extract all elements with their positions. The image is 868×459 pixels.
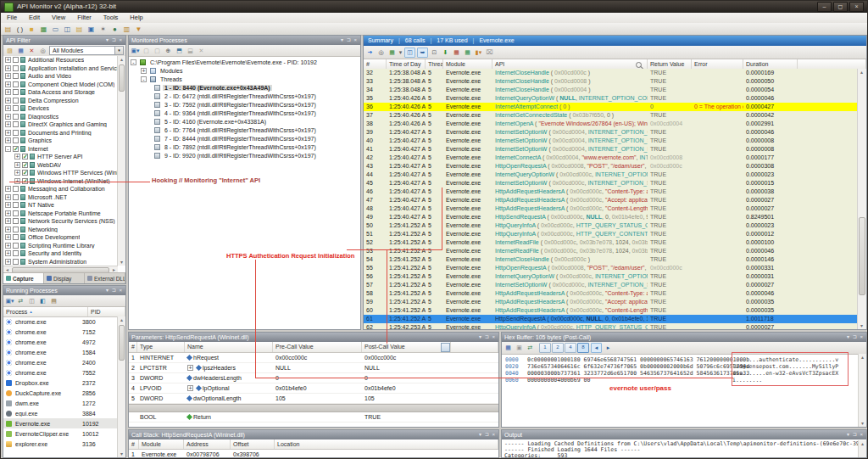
checkbox[interactable] (13, 243, 19, 249)
filter-item[interactable]: +Diagnostics (3, 113, 118, 121)
grid-options-icon[interactable] (441, 343, 450, 352)
expand-params-icon[interactable]: ➥ (417, 48, 428, 58)
col-precall[interactable]: Pre-Call Value (273, 342, 362, 352)
scroll-up-icon[interactable]: ▴ (859, 440, 866, 447)
table-row[interactable]: 621:25:42.253 AM5Evernote.exeHttpQueryIn… (364, 323, 858, 329)
navigate-icon[interactable]: ➔ (365, 48, 375, 57)
scroll-up-icon[interactable]: ▴ (118, 316, 125, 323)
checkbox[interactable] (13, 210, 19, 216)
open-filter-icon[interactable]: ▨ (5, 47, 14, 55)
checkbox[interactable] (13, 57, 19, 63)
filter-item[interactable]: +DirectX Graphics and Gaming (3, 120, 118, 129)
filter-item[interactable]: +Data Access and Storage (3, 88, 118, 97)
panel-header-buttons[interactable]: ▾ ⊐ × (106, 36, 123, 45)
checkbox[interactable] (13, 73, 19, 79)
copy-buffer-icon[interactable]: ▣ (515, 344, 524, 352)
checkbox[interactable] (13, 234, 19, 240)
tab-external-dll[interactable]: External DLL (85, 273, 125, 283)
expand-icon[interactable]: + (5, 218, 11, 224)
parameter-row[interactable]: 2LPCTSTR+lpszHeadersNULLNULL (129, 363, 498, 373)
filter-item[interactable]: +✓HTTP Server API (3, 153, 118, 161)
pid-column-header[interactable]: PID (88, 307, 125, 316)
definitions-icon[interactable]: ▼ (133, 25, 144, 34)
scroll-down-icon[interactable]: ▾ (118, 451, 125, 457)
scroll-down-icon[interactable]: ▾ (859, 420, 866, 427)
group-1-bytes-icon[interactable]: 1 (539, 343, 551, 353)
col-type[interactable]: Type (137, 342, 185, 352)
table-row[interactable]: 521:25:41.252 AM5Evernote.exeInternetRea… (364, 238, 858, 247)
show-services-icon[interactable]: ◫ (27, 297, 36, 305)
filter-item[interactable]: +Security and Identity (3, 249, 118, 258)
layers-icon[interactable]: ▤ (74, 25, 85, 34)
monitor-process-icon[interactable]: ▣▾ (5, 297, 14, 305)
checkbox[interactable] (13, 89, 19, 95)
process-row[interactable]: chrome.exe4972 (3, 337, 118, 347)
process-row[interactable]: egui.exe3884 (3, 408, 118, 418)
expand-icon[interactable]: + (5, 105, 11, 111)
filter-item[interactable]: +System Administration (3, 258, 118, 266)
tree-item-thread[interactable]: 7 - ID: 8444 (ntdll.dll!RtlRegisterThrea… (129, 134, 360, 143)
table-row[interactable]: 391:25:40.427 AM5Evernote.exeInternetSet… (364, 128, 858, 137)
table-row[interactable]: 351:25:40.426 AM5Evernote.exeInternetQue… (364, 94, 858, 103)
table-row[interactable]: 611:25:41.252 AM5Evernote.exeHttpSendReq… (364, 315, 858, 323)
return-row[interactable]: BOOLReturnTRUE (129, 412, 498, 423)
expand-icon[interactable]: + (5, 202, 11, 208)
filter-item[interactable]: +Audio and Video (3, 72, 118, 81)
filter-item[interactable]: +✓Windows Internet (WinINet) (3, 177, 118, 186)
expand-icon[interactable]: + (5, 243, 11, 249)
tree-item-thread[interactable]: 5 - ID: 4160 (Evernote.exe+0x43381A) (129, 117, 360, 126)
expand-icon[interactable]: + (5, 114, 11, 120)
panel-header-buttons[interactable]: ▾ ⊐ × (106, 286, 123, 295)
checkbox[interactable] (13, 137, 19, 143)
minimize-button[interactable]: – (817, 2, 832, 12)
expand-icon[interactable]: + (5, 250, 11, 256)
table-row[interactable]: 431:25:40.427 AM5Evernote.exeHttpOpenReq… (364, 162, 858, 171)
open-monitor-icon[interactable]: ▤ (3, 25, 14, 34)
checkbox[interactable] (13, 65, 19, 71)
export-table-icon[interactable]: ▦ (452, 48, 461, 57)
filter-item[interactable]: +NT Native (3, 201, 118, 210)
filter-item[interactable]: +✓WebDAV (3, 161, 118, 170)
api-hook-icon[interactable]: ( ) (14, 25, 25, 34)
scroll-up-icon[interactable]: ▴ (118, 56, 125, 63)
checkbox[interactable] (13, 98, 19, 104)
table-row[interactable]: 551:25:41.252 AM5Evernote.exeHttpOpenReq… (364, 264, 858, 272)
col-num[interactable]: # (129, 439, 139, 449)
tree-item-thread[interactable]: 6 - ID: 7764 (ntdll.dll!RtlRegisterThrea… (129, 126, 360, 134)
monitored-process-root[interactable]: -C:\Program Files\Evernote\Evernote\Ever… (129, 58, 360, 66)
checkbox[interactable] (13, 81, 19, 87)
table-row[interactable]: 441:25:40.427 AM5Evernote.exeInternetQue… (364, 171, 858, 179)
chevron-down-icon[interactable]: ▾ (398, 48, 403, 57)
checkbox[interactable]: ✓ (22, 178, 28, 184)
panel-header-buttons[interactable]: ▾ ⊐ × (479, 333, 496, 342)
clear-calls-icon[interactable]: ⌧ (485, 48, 494, 57)
table-row[interactable]: 331:25:38.048 AM5Evernote.exeInternetClo… (364, 77, 858, 86)
table-row[interactable]: 461:25:40.427 AM5Evernote.exeHttpAddRequ… (364, 188, 858, 196)
parameter-row[interactable]: 3DWORDdwHeadersLength00 (129, 373, 498, 383)
checkbox[interactable] (13, 250, 19, 256)
checkbox[interactable] (13, 130, 19, 136)
process-row[interactable]: dwm.exe1272 (3, 398, 118, 408)
table-row[interactable]: 541:25:41.252 AM5Evernote.exeInternetClo… (364, 255, 858, 264)
checkbox[interactable] (13, 194, 19, 200)
maximize-button[interactable]: ◻ (833, 2, 848, 12)
delete-filter-icon[interactable]: ✕ (27, 47, 36, 55)
table-row[interactable]: 581:25:41.252 AM5Evernote.exeHttpAddRequ… (364, 289, 858, 298)
add-monitor-icon[interactable]: ▣▾ (131, 47, 140, 55)
import-table-icon[interactable]: ▦ (463, 48, 472, 57)
process-row[interactable]: chrome.exe7152 (3, 327, 118, 337)
menu-tools[interactable]: Tools (97, 13, 125, 23)
expand-icon[interactable]: + (187, 365, 193, 371)
table-row[interactable]: 411:25:40.427 AM5Evernote.exeInternetSet… (364, 145, 858, 154)
views-grid-icon[interactable]: ▦ (387, 48, 397, 57)
table-row[interactable]: 481:25:40.427 AM5Evernote.exeHttpAddRequ… (364, 204, 858, 213)
table-row[interactable]: 571:25:41.252 AM5Evernote.exeInternetSet… (364, 281, 858, 289)
checkbox[interactable] (13, 105, 19, 111)
filter-item[interactable]: +Graphics (3, 137, 118, 145)
table-row[interactable]: 501:25:41.252 AM5Evernote.exeHttpQueryIn… (364, 221, 858, 230)
expand-icon[interactable]: + (5, 121, 11, 127)
network-processes-icon[interactable]: ◧ (38, 297, 47, 305)
parameter-row[interactable]: 1HINTERNEThRequest0x00cc000c0x00cc000c (129, 353, 498, 363)
scroll-up-icon[interactable]: ▴ (859, 354, 866, 361)
modules-grid-icon[interactable]: ▦ (38, 25, 49, 34)
